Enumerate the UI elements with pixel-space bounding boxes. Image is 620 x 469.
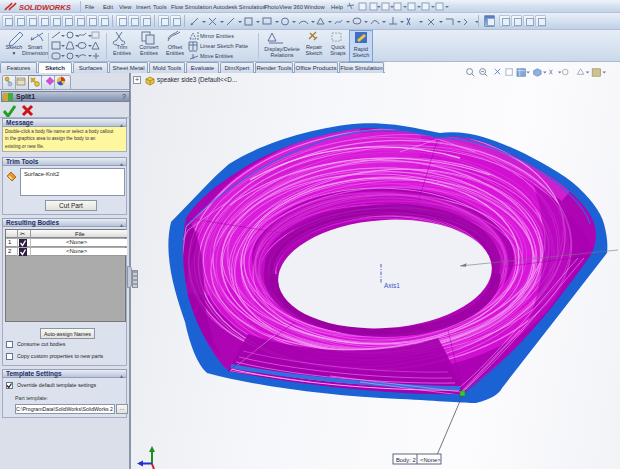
svg-text:Body: 2: Body: 2 <box>396 457 416 463</box>
svg-text:Axis1: Axis1 <box>384 282 400 289</box>
svg-text:<None>: <None> <box>420 457 441 463</box>
